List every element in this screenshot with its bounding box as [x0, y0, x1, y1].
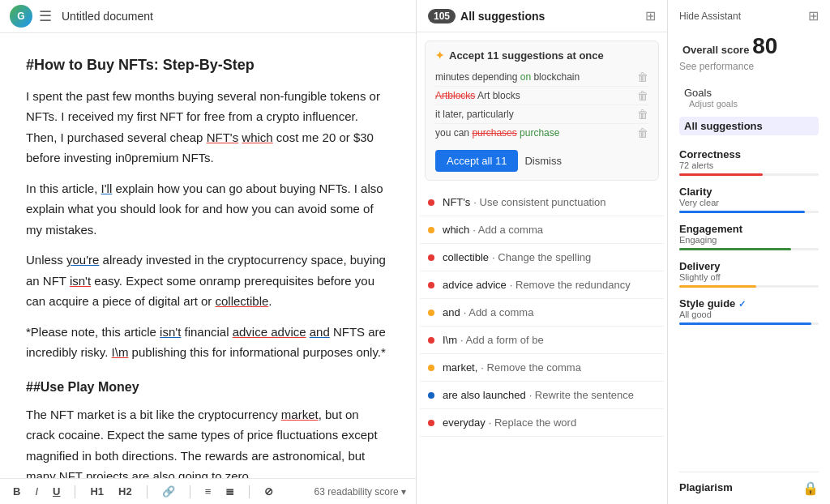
nav-items: Goals Adjust goals All suggestions — [679, 83, 819, 135]
editor-para4: *Please note, this article isn't financi… — [26, 322, 390, 363]
banner-item-4: you can purchases purchase 🗑 — [435, 124, 648, 142]
banner-item-3: it later, particularly 🗑 — [435, 105, 648, 124]
unordered-list-button[interactable]: ≣ — [222, 484, 237, 499]
suggestion-item-nfts[interactable]: NFT's · Use consistent punctuation — [420, 189, 664, 216]
suggestion-dot-yellow — [428, 227, 434, 233]
clear-button[interactable]: ⊘ — [261, 484, 276, 499]
accept-all-button[interactable]: Accept all 11 — [435, 150, 518, 172]
suggestions-title: All suggestions — [460, 10, 545, 23]
suggestion-item-market[interactable]: market, · Remove the comma — [420, 354, 664, 382]
editor-heading2: ##Use Play Money — [26, 376, 390, 398]
suggestion-dot-red — [428, 199, 434, 206]
suggestions-list: NFT's · Use consistent punctuation which… — [417, 189, 667, 504]
engagement-bar — [679, 248, 819, 250]
dismiss-button[interactable]: Dismiss — [524, 155, 562, 167]
underline-button[interactable]: U — [49, 484, 63, 499]
editor-para2: In this article, I'll explain how you ca… — [26, 178, 390, 241]
editor-para3: Unless you're already invested in the cr… — [26, 250, 390, 312]
fmt-separator-3 — [190, 485, 190, 498]
see-performance-link[interactable]: See performance — [679, 61, 819, 72]
suggestion-item-im[interactable]: I\m · Add a form of be — [420, 327, 664, 354]
plagiarism-section[interactable]: 🔒 Plagiarism — [679, 472, 819, 496]
suggestion-dot-red-4 — [428, 337, 434, 344]
italic-button[interactable]: I — [32, 484, 41, 499]
sparkle-icon: ✦ — [435, 49, 444, 62]
metric-delivery: Delivery Slightly off — [679, 260, 819, 288]
accept-banner-title: ✦ Accept 11 suggestions at once — [435, 49, 648, 62]
metric-clarity: Clarity Very clear — [679, 186, 819, 213]
editor-content[interactable]: #How to Buy NFTs: Step-By-Step I spent t… — [0, 33, 416, 478]
logo-icon: G — [10, 5, 32, 28]
ordered-list-button[interactable]: ≡ — [202, 484, 215, 499]
fmt-separator-2 — [147, 485, 148, 498]
suggestion-item-which[interactable]: which · Add a comma — [420, 216, 664, 244]
metric-style-guide: Style guide ✓ All good — [679, 297, 819, 325]
hide-assistant-btn[interactable]: Hide Assistant — [679, 11, 741, 22]
nav-all-suggestions[interactable]: All suggestions — [679, 117, 819, 135]
suggestion-item-and[interactable]: and · Add a comma — [420, 299, 664, 327]
suggestion-item-launched[interactable]: are also launched · Rewrite the sentence — [420, 382, 664, 409]
correctness-bar — [679, 173, 819, 176]
h1-button[interactable]: H1 — [87, 484, 107, 499]
delete-icon-2[interactable]: 🗑 — [637, 89, 648, 102]
assistant-panel: Hide Assistant ⊞ Overall score 80 See pe… — [668, 0, 830, 504]
editor-heading1: #How to Buy NFTs: Step-By-Step — [26, 53, 390, 78]
link-button[interactable]: 🔗 — [159, 484, 178, 499]
plagiarism-icon: 🔒 — [802, 481, 819, 496]
suggestion-dot-yellow-3 — [428, 365, 434, 371]
h2-button[interactable]: H2 — [115, 484, 135, 499]
suggestions-grid-icon[interactable]: ⊞ — [645, 8, 656, 23]
banner-item-2: Artblocks Art blocks 🗑 — [435, 87, 648, 105]
formatting-bar: B I U H1 H2 🔗 ≡ ≣ ⊘ 63 readability score… — [0, 478, 416, 504]
menu-icon[interactable]: ☰ — [39, 7, 52, 25]
fmt-separator-4 — [249, 485, 250, 498]
suggestion-dot-blue — [428, 392, 434, 399]
score-row: Overall score 80 — [679, 33, 819, 59]
bold-button[interactable]: B — [10, 484, 24, 499]
suggestions-panel: 105 All suggestions ⊞ ✦ Accept 11 sugges… — [417, 0, 668, 504]
suggestion-item-everyday[interactable]: everyday · Replace the word — [420, 409, 664, 437]
metric-engagement: Engagement Engaging — [679, 223, 819, 250]
metric-section: Correctness 72 alerts Clarity Very clear… — [679, 148, 819, 335]
metric-correctness: Correctness 72 alerts — [679, 148, 819, 176]
suggestion-item-collectible[interactable]: collectible · Change the spelling — [420, 244, 664, 271]
editor-para5: The NFT market is a bit like the cryptoc… — [26, 404, 390, 478]
plagiarism-label: Plagiarism — [679, 481, 733, 493]
doc-title[interactable]: Untitled document — [62, 10, 153, 23]
overall-score-value: 80 — [752, 33, 777, 58]
delivery-bar — [679, 285, 819, 288]
delete-icon-4[interactable]: 🗑 — [637, 126, 648, 139]
assistant-header: Hide Assistant ⊞ — [679, 8, 819, 23]
delete-icon-1[interactable]: 🗑 — [637, 70, 648, 83]
nav-goals[interactable]: Goals Adjust goals — [679, 83, 819, 115]
suggestion-dot-red-3 — [428, 282, 434, 288]
overall-score-label: Overall score — [682, 44, 749, 56]
suggestions-count: 105 — [428, 9, 456, 23]
accept-banner-items: minutes depending on blockchain 🗑 Artblo… — [435, 68, 648, 142]
suggestion-item-advice[interactable]: advice advice · Remove the redundancy — [420, 271, 664, 299]
score-section: Overall score 80 See performance — [679, 33, 819, 72]
suggestion-dot-red-5 — [428, 420, 434, 426]
accept-all-banner: ✦ Accept 11 suggestions at once minutes … — [425, 41, 659, 181]
banner-actions: Accept all 11 Dismiss — [435, 150, 648, 172]
editor-para1: I spent the past few months buying sever… — [26, 86, 390, 169]
suggestions-header: 105 All suggestions ⊞ — [417, 0, 667, 32]
toolbar-top: G ☰ Untitled document — [0, 0, 416, 33]
suggestion-dot-red-2 — [428, 254, 434, 261]
assistant-grid-icon[interactable]: ⊞ — [808, 8, 819, 23]
readability-score[interactable]: 63 readability score ▾ — [314, 486, 406, 498]
delete-icon-3[interactable]: 🗑 — [637, 108, 648, 121]
style-guide-bar — [679, 322, 819, 325]
editor-area: G ☰ Untitled document #How to Buy NFTs: … — [0, 0, 417, 504]
fmt-separator-1 — [75, 485, 75, 498]
banner-item-1: minutes depending on blockchain 🗑 — [435, 68, 648, 87]
suggestion-dot-yellow-2 — [428, 310, 434, 316]
clarity-bar — [679, 211, 819, 213]
